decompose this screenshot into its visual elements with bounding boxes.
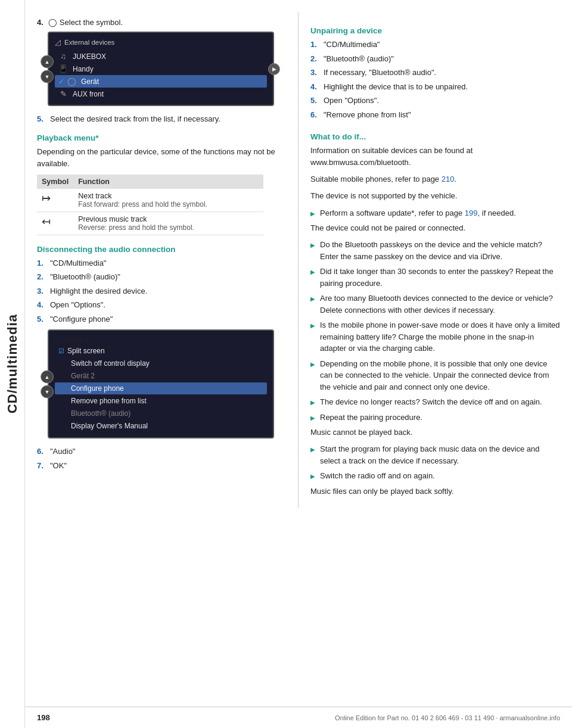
disconnect-step6-text: "Audio": [50, 446, 286, 458]
screen1-title-text: External devices: [64, 39, 114, 46]
options-row-remove[interactable]: Remove phone from list: [55, 395, 267, 407]
para2-post: .: [454, 175, 456, 183]
disconnect-step4-num: 4.: [37, 299, 50, 311]
screen-row-jukebox[interactable]: ♫ JUKEBOX: [55, 50, 267, 63]
splitscreen-check-icon: ☑: [58, 347, 64, 355]
next-track-function: Next track Fast forward: press and hold …: [73, 189, 263, 212]
sidebar-label: CD/multimedia: [0, 0, 25, 728]
bullet9-text: Start the program for playing back music…: [320, 443, 560, 466]
step4-number: 4.: [37, 18, 43, 27]
unpair-step1: 1. "CD/Multimedia": [310, 39, 560, 51]
disconnect-step4: 4. Open "Options".: [37, 299, 286, 311]
unpair-step4-num: 4.: [310, 81, 324, 93]
unpair-step6-text: "Remove phone from list": [324, 109, 560, 121]
unpair-step5: 5. Open "Options".: [310, 95, 560, 107]
disconnect-step1-text: "CD/Multimedia": [50, 257, 286, 269]
bullet9-startprogram: ▶ Start the program for playing back mus…: [310, 443, 560, 466]
handy-label: Handy: [73, 65, 94, 73]
bullet7-arrow-icon: ▶: [310, 398, 316, 408]
disconnect-step6-num: 6.: [37, 446, 50, 458]
bullet9-arrow-icon: ▶: [310, 445, 316, 466]
disconnect-step5-text: "Configure phone": [50, 313, 286, 325]
unpair-step1-num: 1.: [310, 39, 324, 51]
bullet6-onedevice: ▶ Depending on the mobile phone, it is p…: [310, 358, 560, 393]
unpair-step6-num: 6.: [310, 109, 324, 121]
right-column: Unpairing a device 1. "CD/Multimedia" 2.…: [299, 12, 572, 508]
page-footer: 198 Online Edition for Part no. 01 40 2 …: [25, 707, 572, 728]
unpair-step5-num: 5.: [310, 95, 324, 107]
col-function: Function: [73, 175, 263, 189]
bullet3-timeout: ▶ Did it take longer than 30 seconds to …: [310, 266, 560, 289]
unpair-step3: 3. If necessary, "Bluetooth® audio".: [310, 67, 560, 79]
screen-row-geraet[interactable]: ✓ ◯ Gerät: [55, 75, 267, 88]
bluetooth-label: Bluetooth® (audio): [71, 409, 130, 418]
bullet5-powersave: ▶ Is the mobile phone in power-save mode…: [310, 319, 560, 354]
table-row: ↦ Next track Fast forward: press and hol…: [37, 189, 263, 212]
disconnect-step1-num: 1.: [37, 257, 50, 269]
bullet2-text: Do the Bluetooth passkeys on the device …: [320, 239, 560, 262]
options-row-configure[interactable]: Configure phone: [55, 382, 267, 394]
nav-up-button[interactable]: ▲: [41, 55, 54, 68]
prev-track-symbol: ↤: [37, 211, 73, 235]
jukebox-icon: ♫: [58, 52, 68, 61]
unpair-step2-text: "Bluetooth® (audio)": [324, 53, 560, 65]
step4-intro: 4. ◯ Select the symbol.: [37, 18, 286, 27]
disconnect-step7-text: "OK": [50, 460, 286, 472]
external-devices-screen: ◿ External devices ♫ JUKEBOX 📱 Handy ✓ ◯…: [48, 32, 274, 106]
options-row-switchoff[interactable]: Switch off control display: [55, 357, 267, 369]
unpairing-heading: Unpairing a device: [310, 26, 560, 35]
manual-label: Display Owner's Manual: [71, 422, 148, 430]
sidebar-text: CD/multimedia: [5, 314, 20, 413]
left-column: 4. ◯ Select the symbol. ◿ External devic…: [25, 12, 299, 508]
disconnect-step2-text: "Bluetooth® (audio)": [50, 271, 286, 283]
footer-site: armanualsonline.info: [499, 714, 560, 721]
bullet4-text: Are too many Bluetooth devices connected…: [320, 293, 560, 316]
options-row-splitscreen[interactable]: ☑ Split screen: [55, 345, 267, 357]
nav-down-button[interactable]: ▼: [41, 70, 54, 83]
playback-desc: Depending on the particular device, some…: [37, 146, 286, 170]
bullet1-link[interactable]: 199: [465, 209, 478, 217]
screen-row-handy[interactable]: 📱 Handy: [55, 63, 267, 75]
para2: Suitable mobile phones, refer to page 21…: [310, 173, 560, 185]
para2-link[interactable]: 210: [442, 175, 455, 183]
prev-track-function: Previous music track Reverse: press and …: [73, 211, 263, 235]
bullet1-softwareupdate: ▶ Perform a software update*, refer to p…: [310, 207, 560, 219]
step5-number: 5.: [37, 113, 50, 125]
disconnect-step3-text: Highlight the desired device.: [50, 285, 286, 297]
bullet8-text: Repeat the pairing procedure.: [320, 412, 560, 424]
footer-copyright: Online Edition for Part no. 01 40 2 606 …: [335, 714, 560, 721]
next-track-icon: ↦: [42, 192, 51, 204]
step4-text: Select the symbol.: [60, 18, 123, 27]
screen-row-aux[interactable]: ✎ AUX front: [55, 88, 267, 100]
geraet2-label: Gerät 2: [71, 372, 95, 380]
unpair-step2: 2. "Bluetooth® (audio)": [310, 53, 560, 65]
aux-label: AUX front: [73, 90, 104, 98]
disconnect-step3: 3. Highlight the desired device.: [37, 285, 286, 297]
bullet5-text: Is the mobile phone in power-save mode o…: [320, 319, 560, 354]
unpair-step2-num: 2.: [310, 53, 324, 65]
configure-label: Configure phone: [71, 384, 124, 393]
para6: Music files can only be played back soft…: [310, 486, 560, 497]
unpair-step3-text: If necessary, "Bluetooth® audio".: [324, 67, 560, 79]
para2-pre: Suitable mobile phones, refer to page: [310, 175, 442, 183]
disconnect-step7: 7. "OK": [37, 460, 286, 472]
disconnect-step6: 6. "Audio": [37, 446, 286, 458]
bullet7-text: The device no longer reacts? Switch the …: [320, 396, 560, 408]
options-nav-up-button[interactable]: ▲: [41, 370, 54, 383]
options-row-manual[interactable]: Display Owner's Manual: [55, 420, 267, 432]
switchoff-label: Switch off control display: [71, 359, 150, 368]
bullet2-passkeys: ▶ Do the Bluetooth passkeys on the devic…: [310, 239, 560, 262]
para3: The device is not supported by the vehic…: [310, 190, 560, 202]
col-symbol: Symbol: [37, 175, 73, 189]
disconnect-step7-num: 7.: [37, 460, 50, 472]
para1: Information on suitable devices can be f…: [310, 145, 560, 169]
bullet8-arrow-icon: ▶: [310, 413, 316, 424]
playback-heading: Playback menu*: [37, 133, 286, 142]
handy-icon: 📱: [58, 64, 68, 73]
disconnect-step3-num: 3.: [37, 285, 50, 297]
options-screen: ◿ Options ☑ Split screen Switch off cont…: [48, 329, 274, 438]
options-nav-down-button[interactable]: ▼: [41, 385, 54, 398]
options-title-bar: ◿ Options: [55, 335, 267, 344]
disconnect-heading: Disconnecting the audio connection: [37, 245, 286, 254]
unpair-step4-text: Highlight the device that is to be unpai…: [324, 81, 560, 93]
